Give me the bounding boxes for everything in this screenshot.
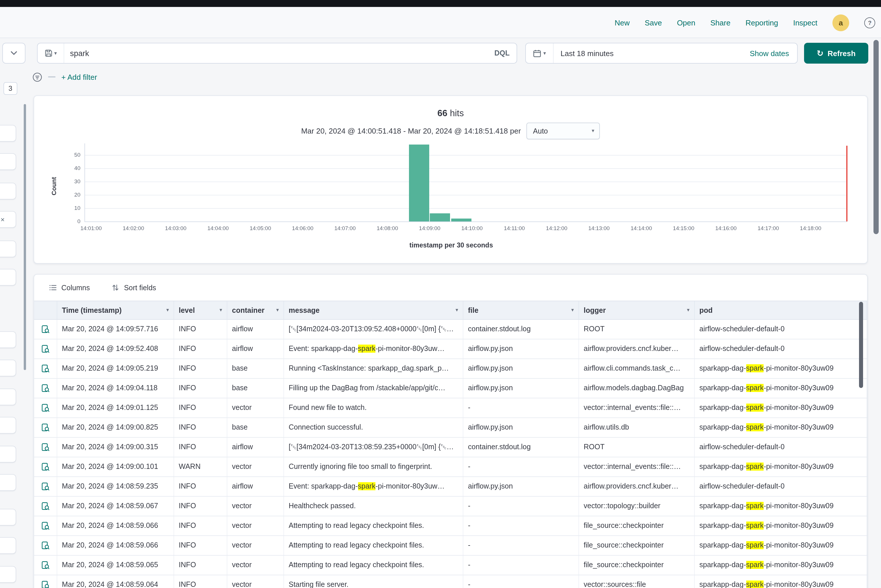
expand-document-button[interactable] [41, 345, 50, 353]
chevron-down-icon: ▾ [54, 51, 57, 56]
x-tick-label: 14:16:00 [707, 225, 744, 231]
chevron-down-icon[interactable]: ▾ [219, 308, 222, 313]
expand-document-button[interactable] [41, 443, 50, 452]
cell-file: airflow.py.json [463, 418, 579, 437]
refresh-button[interactable]: ↻ Refresh [804, 43, 868, 64]
nav-share[interactable]: Share [710, 18, 730, 27]
field-chip[interactable] [0, 388, 16, 405]
field-chip[interactable] [0, 331, 16, 348]
cell-logger: airflow.utils.db [579, 418, 695, 437]
chevron-down-icon[interactable]: ▾ [456, 308, 458, 313]
cell-level: WARN [174, 458, 227, 476]
app-root: New Save Open Share Reporting Inspect a … [0, 0, 881, 588]
saved-query-button[interactable]: ▾ [38, 44, 64, 63]
cell-text: Starting file server. [289, 580, 349, 588]
expand-cell [34, 398, 57, 417]
cell-text: [␛[34m2024-03-20T13:08:59.235+0000␛[0m] … [289, 443, 454, 451]
query-language-button[interactable]: DQL [487, 49, 517, 57]
log-row: Mar 20, 2024 @ 14:08:59.066INFOvectorAtt… [34, 516, 867, 536]
column-header-label: logger [584, 306, 606, 314]
add-filter-button[interactable]: + Add filter [61, 72, 97, 81]
column-header-level[interactable]: level▾ [174, 301, 227, 319]
cell-message: Healthcheck passed. [284, 496, 463, 516]
cell-logger: file_source::checkpointer [579, 556, 695, 575]
field-chip[interactable] [0, 509, 16, 525]
interval-select[interactable]: Auto ▾ [527, 123, 600, 140]
page-scrollbar[interactable] [873, 40, 879, 234]
cell-text: -pi-monitor-80y3uw09 [764, 404, 834, 412]
expand-document-button[interactable] [41, 325, 50, 334]
expand-document-button[interactable] [41, 462, 50, 471]
show-dates-button[interactable]: Show dates [750, 49, 797, 57]
sort-fields-button[interactable]: Sort fields [112, 284, 156, 292]
expand-document-button[interactable] [41, 502, 50, 510]
highlighted-term: spark [746, 561, 764, 569]
field-chip[interactable] [0, 360, 16, 376]
calendar-button[interactable]: ▾ [526, 44, 553, 63]
expand-document-button[interactable] [41, 423, 50, 432]
x-tick-label: 14:09:00 [411, 225, 448, 231]
time-range-label[interactable]: Last 18 minutes [553, 49, 750, 57]
sidebar-scrollbar[interactable] [24, 104, 26, 370]
cell-text: -pi-monitor-80y3uw09 [764, 364, 834, 372]
gridline [85, 182, 847, 182]
close-icon[interactable]: × [1, 216, 5, 223]
column-header-container[interactable]: container▾ [227, 301, 284, 319]
columns-button[interactable]: Columns [49, 284, 90, 292]
highlighted-term: spark [358, 482, 376, 490]
field-chip[interactable] [0, 240, 16, 257]
nav-new[interactable]: New [615, 18, 630, 27]
nav-open[interactable]: Open [677, 18, 695, 27]
expand-cell [34, 496, 57, 516]
expand-document-button[interactable] [41, 404, 50, 412]
chevron-down-icon[interactable]: ▾ [276, 308, 279, 313]
cell-file: airflow.py.json [463, 477, 579, 496]
field-chip[interactable] [0, 446, 16, 462]
y-tick-label: 10 [62, 205, 80, 211]
cell-time: Mar 20, 2024 @ 14:08:59.066 [57, 536, 174, 555]
expand-document-button[interactable] [41, 522, 50, 530]
histogram-bar[interactable] [430, 213, 450, 222]
query-bar: ▾ DQL [37, 43, 517, 64]
help-icon[interactable]: ? [864, 17, 875, 28]
column-header-logger[interactable]: logger▾ [579, 301, 695, 319]
field-chip[interactable] [0, 566, 16, 583]
field-chip[interactable] [0, 537, 16, 554]
table-scrollbar[interactable] [859, 302, 863, 388]
chevron-down-icon[interactable]: ▾ [571, 308, 574, 313]
nav-inspect[interactable]: Inspect [793, 18, 817, 27]
search-input[interactable] [64, 49, 487, 57]
field-chip[interactable] [0, 474, 16, 491]
histogram-bar[interactable] [409, 144, 429, 222]
cell-text: Filling up the DagBag from /stackable/ap… [289, 384, 445, 392]
column-header-time-timestamp[interactable]: Time (timestamp)▾ [57, 301, 174, 319]
expand-document-button[interactable] [41, 482, 50, 491]
field-chip[interactable] [0, 153, 16, 170]
column-header-message[interactable]: message▾ [284, 301, 463, 319]
nav-reporting[interactable]: Reporting [745, 18, 778, 27]
expand-document-button[interactable] [41, 561, 50, 570]
field-chip[interactable]: × [0, 211, 16, 228]
nav-save[interactable]: Save [645, 18, 662, 27]
field-chip[interactable] [0, 269, 16, 286]
field-chip[interactable] [0, 417, 16, 434]
expand-document-button[interactable] [41, 364, 50, 373]
avatar[interactable]: a [832, 14, 849, 31]
filter-icon[interactable] [32, 72, 42, 82]
chevron-down-icon[interactable]: ▾ [166, 308, 169, 313]
histogram-bar[interactable] [451, 219, 471, 222]
sidebar-badge[interactable]: 3 [3, 82, 17, 95]
cell-text: sparkapp-dag- [699, 522, 746, 530]
column-header-pod[interactable]: pod▾ [695, 301, 867, 319]
field-chip[interactable] [0, 183, 16, 200]
sidebar-collapse-button[interactable] [2, 43, 26, 64]
column-header-file[interactable]: file▾ [463, 301, 579, 319]
cell-level: INFO [174, 536, 227, 555]
gridline [85, 195, 847, 195]
interval-value: Auto [533, 127, 548, 135]
expand-document-button[interactable] [41, 580, 50, 588]
chevron-down-icon[interactable]: ▾ [687, 308, 690, 313]
expand-document-button[interactable] [41, 541, 50, 550]
expand-document-button[interactable] [41, 384, 50, 393]
field-chip[interactable] [0, 125, 16, 142]
